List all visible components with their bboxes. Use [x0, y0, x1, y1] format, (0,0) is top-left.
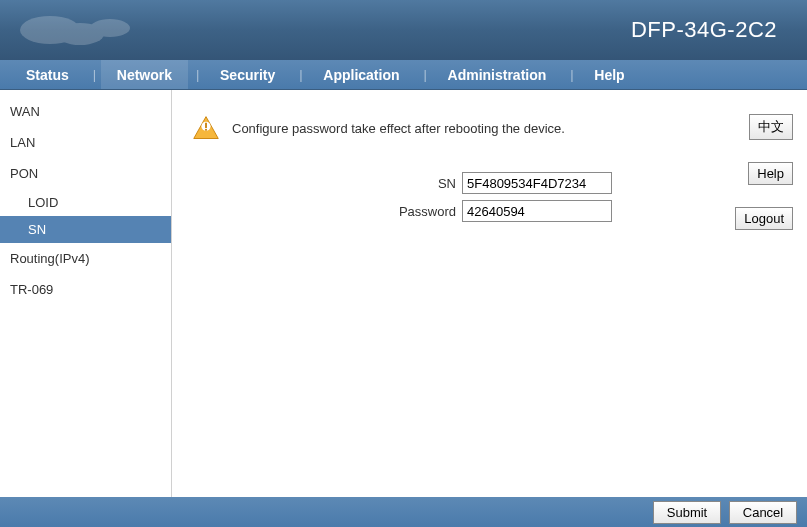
svg-rect-5 — [205, 123, 207, 128]
svg-rect-6 — [205, 129, 207, 131]
nav-status[interactable]: Status — [10, 60, 85, 89]
content-pane: Configure password take effect after reb… — [172, 90, 807, 497]
warning-text: Configure password take effect after reb… — [232, 121, 565, 136]
cloud-decoration — [10, 0, 210, 60]
warning-row: Configure password take effect after reb… — [192, 114, 787, 142]
nav-help[interactable]: Help — [578, 60, 640, 89]
password-label: Password — [352, 204, 462, 219]
nav-separator: | — [85, 67, 101, 82]
sidebar-item-pon[interactable]: PON — [0, 158, 171, 189]
footer: Submit Cancel — [0, 497, 807, 527]
main-body: WAN LAN PON LOID SN Routing(IPv4) TR-069… — [0, 90, 807, 497]
sn-label: SN — [352, 176, 462, 191]
nav-separator: | — [562, 67, 578, 82]
form-row-password: Password — [352, 200, 787, 222]
help-button[interactable]: Help — [748, 162, 793, 185]
nav-separator: | — [416, 67, 432, 82]
nav-application[interactable]: Application — [307, 60, 415, 89]
form-row-sn: SN — [352, 172, 787, 194]
lang-button[interactable]: 中文 — [749, 114, 793, 140]
side-buttons: 中文 Help Logout — [735, 114, 793, 230]
sn-input[interactable] — [462, 172, 612, 194]
logout-button[interactable]: Logout — [735, 207, 793, 230]
sidebar: WAN LAN PON LOID SN Routing(IPv4) TR-069 — [0, 90, 172, 497]
sidebar-item-sn[interactable]: SN — [0, 216, 171, 243]
password-input[interactable] — [462, 200, 612, 222]
nav-network[interactable]: Network — [101, 60, 188, 89]
sidebar-item-lan[interactable]: LAN — [0, 127, 171, 158]
header: DFP-34G-2C2 — [0, 0, 807, 60]
sidebar-item-tr069[interactable]: TR-069 — [0, 274, 171, 305]
nav-separator: | — [188, 67, 204, 82]
warning-icon — [192, 114, 220, 142]
sidebar-item-routing[interactable]: Routing(IPv4) — [0, 243, 171, 274]
nav-security[interactable]: Security — [204, 60, 291, 89]
sidebar-item-wan[interactable]: WAN — [0, 96, 171, 127]
nav-separator: | — [291, 67, 307, 82]
main-nav: Status | Network | Security | Applicatio… — [0, 60, 807, 90]
svg-point-2 — [90, 19, 130, 37]
form-area: SN Password — [352, 172, 787, 222]
submit-button[interactable]: Submit — [653, 501, 721, 524]
sidebar-item-loid[interactable]: LOID — [0, 189, 171, 216]
nav-administration[interactable]: Administration — [432, 60, 563, 89]
cancel-button[interactable]: Cancel — [729, 501, 797, 524]
device-title: DFP-34G-2C2 — [631, 17, 777, 43]
